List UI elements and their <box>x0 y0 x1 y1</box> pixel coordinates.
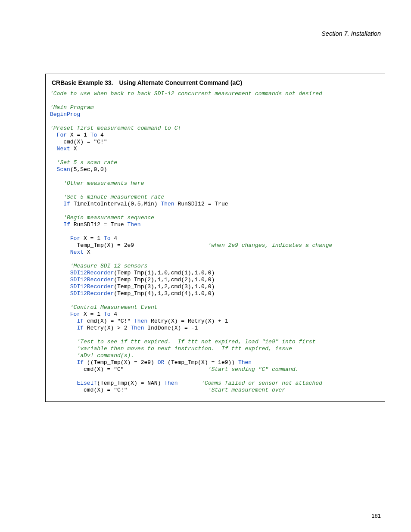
code-text: Temp_Tmp(X) = 2e9 <box>50 242 208 249</box>
comment: 'Preset first measurement command to C! <box>50 125 181 131</box>
comment: 'Set 5 s scan rate <box>57 159 117 166</box>
keyword: BeginProg <box>50 111 80 118</box>
keyword: Then <box>164 380 177 386</box>
code-text: cmd(X) = "C!" <box>50 387 208 393</box>
keyword: SDI12Recorder <box>70 283 114 290</box>
code-text: (Temp_Tmp(X) = 1e9)) <box>164 359 238 366</box>
code-text: X = 1 <box>80 235 104 242</box>
code-text: RunSDI12 = True <box>174 201 228 207</box>
comment: 'Measure SDI-12 sensors <box>70 263 147 269</box>
keyword: SDI12Recorder <box>70 290 114 297</box>
code-text: Retry(X) = Retry(X) + 1 <box>147 318 228 324</box>
example-title: CRBasic Example 33.Using Alternate Concu… <box>52 79 380 86</box>
code-text: X = 1 <box>80 311 104 317</box>
keyword: ElseIf <box>77 380 97 386</box>
code-text: cmd(X) = "C!" <box>84 318 134 324</box>
code-text: cmd(X) = "C" <box>50 366 208 373</box>
keyword: If <box>63 201 70 207</box>
comment: 'Comms failed or sensor not attached <box>201 380 322 386</box>
comment: 'Begin measurement sequence <box>63 215 154 221</box>
comment: 'variable then moves to next instruction… <box>77 345 292 352</box>
comment: 'Main Program <box>50 104 93 111</box>
code-text: RunSDI12 = True <box>70 221 128 228</box>
keyword: Then <box>161 201 174 207</box>
code-listing: 'Code to use when back to back SDI-12 co… <box>50 90 380 394</box>
comment: 'Control Measurement Event <box>70 304 158 311</box>
keyword: Then <box>131 325 144 331</box>
code-text: (Temp_Tmp(2),1,1,cmd(2),1.0,0) <box>114 277 215 283</box>
keyword: SDI12Recorder <box>70 270 114 276</box>
code-text: (Temp_Tmp(4),1,3,cmd(4),1.0,0) <box>114 290 215 297</box>
page-number: 181 <box>371 513 381 519</box>
keyword: Then <box>127 221 140 228</box>
running-head: Section 7. Installation <box>30 30 381 39</box>
code-text: 4 <box>97 132 104 138</box>
code-text: TimeIntoInterval(0,5,Min) <box>70 201 161 207</box>
code-text: (Temp_Tmp(X) = NAN) <box>97 380 164 386</box>
keyword: SDI12Recorder <box>70 277 114 283</box>
code-text: X <box>84 249 90 255</box>
code-text: cmd(X) = "C!" <box>50 139 107 145</box>
keyword: If <box>77 325 84 331</box>
keyword: Next <box>57 146 70 152</box>
code-text: (Temp_Tmp(1),1,0,cmd(1),1.0,0) <box>114 270 215 276</box>
keyword: If <box>77 318 84 324</box>
comment: 'Start measurement over <box>208 387 285 393</box>
keyword: If <box>77 359 84 366</box>
comment: 'aDv! command(s). <box>77 352 134 359</box>
comment: 'when 2e9 changes, indicates a change <box>208 242 333 249</box>
keyword: For <box>70 235 80 242</box>
keyword: For <box>57 132 67 138</box>
code-text: X <box>70 146 77 152</box>
code-text: (Temp_Tmp(3),1,2,cmd(3),1.0,0) <box>114 283 215 290</box>
keyword: Then <box>134 318 147 324</box>
example-name: Using Alternate Concurrent Command (aC) <box>119 79 242 86</box>
keyword: To <box>90 132 97 138</box>
comment: 'Code to use when back to back SDI-12 co… <box>50 90 322 97</box>
comment: 'Test to see if ttt expired. If ttt not … <box>77 339 315 345</box>
keyword: For <box>70 311 80 317</box>
keyword: To <box>104 235 111 242</box>
keyword: Then <box>238 359 252 366</box>
keyword: To <box>104 311 111 317</box>
code-text: IndDone(X) = -1 <box>144 325 198 331</box>
code-text: 4 <box>110 235 117 242</box>
example-label: CRBasic Example 33. <box>52 79 113 86</box>
page: Section 7. Installation CRBasic Example … <box>0 0 411 532</box>
comment: 'Start sending "C" command. <box>208 366 299 373</box>
code-text: Retry(X) > 2 <box>84 325 131 331</box>
code-text: 4 <box>110 311 117 317</box>
keyword: If <box>63 221 70 228</box>
code-text: X = 1 <box>67 132 90 138</box>
keyword: Scan <box>57 166 70 173</box>
comment: 'Set 5 minute measurement rate <box>63 194 164 200</box>
code-text: ((Temp_Tmp(X) = 2e9) <box>84 359 158 366</box>
code-example-box: CRBasic Example 33.Using Alternate Concu… <box>45 74 385 402</box>
keyword: OR <box>158 359 165 366</box>
comment: 'Other measurements here <box>63 180 144 187</box>
keyword: Next <box>70 249 84 255</box>
code-text: (5,Sec,0,0) <box>70 166 107 173</box>
code-text <box>177 380 201 386</box>
